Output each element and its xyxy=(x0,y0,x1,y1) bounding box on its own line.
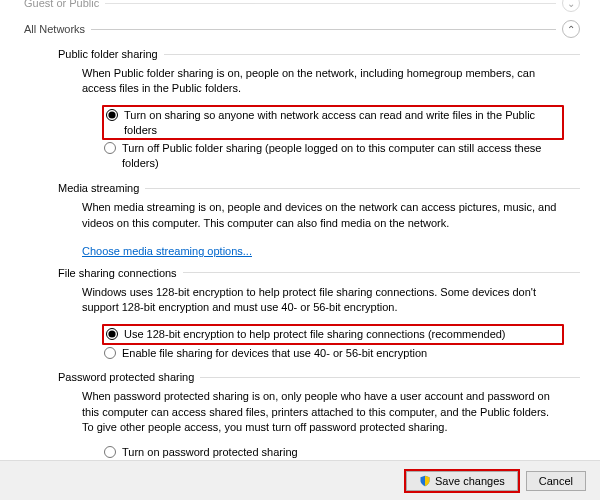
divider xyxy=(105,3,556,4)
divider xyxy=(91,29,556,30)
radio-128bit[interactable]: Use 128-bit encryption to help protect f… xyxy=(102,324,564,345)
filesharing-desc: Windows uses 128-bit encryption to help … xyxy=(82,285,560,316)
radio-public-off[interactable]: Turn off Public folder sharing (people l… xyxy=(102,140,564,172)
media-desc: When media streaming is on, people and d… xyxy=(82,200,560,231)
cancel-button-label: Cancel xyxy=(539,475,573,487)
radio-label: Turn on sharing so anyone with network a… xyxy=(124,108,560,138)
chevron-up-icon[interactable]: ⌃ xyxy=(562,20,580,38)
save-button[interactable]: Save changes xyxy=(406,471,518,491)
radio-label: Use 128-bit encryption to help protect f… xyxy=(124,327,560,342)
password-desc: When password protected sharing is on, o… xyxy=(82,389,560,435)
divider xyxy=(183,272,580,273)
section-filesharing-title: File sharing connections xyxy=(58,267,177,279)
radio-public-on[interactable]: Turn on sharing so anyone with network a… xyxy=(102,105,564,141)
radio-input[interactable] xyxy=(106,109,118,121)
divider xyxy=(164,54,580,55)
radio-input[interactable] xyxy=(106,328,118,340)
radio-input[interactable] xyxy=(104,446,116,458)
save-button-label: Save changes xyxy=(435,475,505,487)
radio-label: Turn off Public folder sharing (people l… xyxy=(122,141,562,171)
group-all-networks-label: All Networks xyxy=(24,23,85,35)
radio-input[interactable] xyxy=(104,142,116,154)
section-public-folder-title: Public folder sharing xyxy=(58,48,158,60)
group-guest-label: Guest or Public xyxy=(24,0,99,9)
divider xyxy=(200,377,580,378)
radio-input[interactable] xyxy=(104,347,116,359)
radio-label: Enable file sharing for devices that use… xyxy=(122,346,562,361)
shield-icon xyxy=(419,475,431,487)
divider xyxy=(145,188,580,189)
radio-40-56bit[interactable]: Enable file sharing for devices that use… xyxy=(102,345,564,362)
cancel-button[interactable]: Cancel xyxy=(526,471,586,491)
chevron-down-icon[interactable]: ⌄ xyxy=(562,0,580,12)
public-folder-desc: When Public folder sharing is on, people… xyxy=(82,66,560,97)
section-password-title: Password protected sharing xyxy=(58,371,194,383)
footer-bar: Save changes Cancel xyxy=(0,460,600,500)
section-media-title: Media streaming xyxy=(58,182,139,194)
link-media-options[interactable]: Choose media streaming options... xyxy=(82,245,252,257)
radio-label: Turn on password protected sharing xyxy=(122,445,562,460)
radio-password-on[interactable]: Turn on password protected sharing xyxy=(102,444,564,461)
